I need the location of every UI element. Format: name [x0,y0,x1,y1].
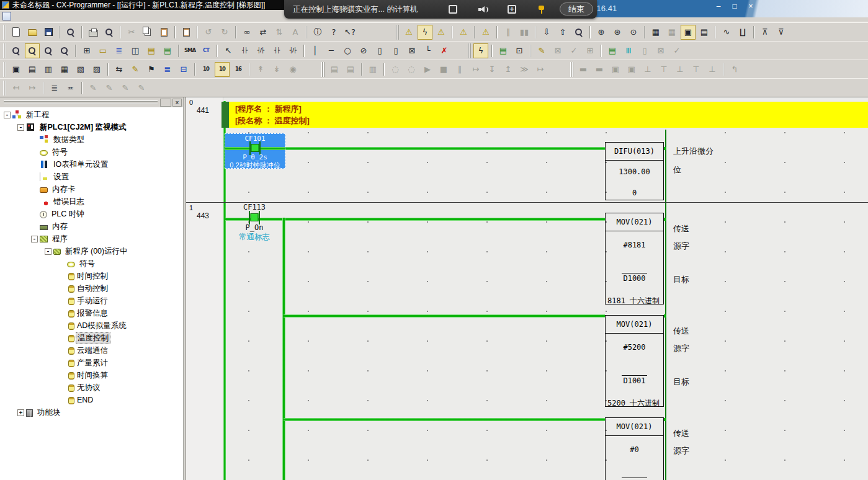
sim-pause-1-button[interactable]: ◌ [388,62,403,77]
indent-decrease-button[interactable]: ↤ [9,81,24,96]
active-document-icon[interactable] [2,12,11,20]
zoom-fit-button[interactable] [57,43,72,58]
zoom-out-button[interactable] [41,43,56,58]
edit-mark-1-button[interactable]: ✎ [86,81,101,96]
cut-button[interactable]: ✂ [124,25,139,40]
new-instruction-button[interactable]: ▯ [372,43,387,58]
delete-mode-button[interactable]: ✗ [437,43,452,58]
menu-help[interactable] [160,10,176,22]
window-io-button[interactable]: ▦ [57,62,72,77]
grid-toggle-button[interactable]: ⊞ [79,43,94,58]
differential-monitor-button[interactable]: ∿ [719,25,734,40]
menu-simulation[interactable] [112,10,128,22]
pause-button[interactable]: ▮▮ [517,25,532,40]
sim-io-button[interactable]: ▤ [343,62,358,77]
sim-continuous-button[interactable]: ≫ [517,62,532,77]
tree-item[interactable]: 手动运行 [0,295,183,307]
tree-expander-toggle[interactable]: + [17,409,24,416]
sim-run-button[interactable]: ▶ [420,62,435,77]
address-grid-button[interactable]: ⊟ [176,62,191,77]
tree-expander-toggle[interactable]: - [4,112,11,118]
online-edit-compile-button[interactable]: ϟ [418,25,432,40]
display-signed-decimal-button[interactable]: 10 [215,62,230,77]
compile-program-button[interactable]: ⚠ [401,25,416,40]
send-online-edit-button[interactable]: ✓ [566,43,581,58]
align-list-button[interactable]: ≣ [47,81,62,96]
tree-item[interactable]: 无协议 [0,381,183,394]
edit-mark-3-button[interactable]: ✎ [118,81,133,96]
tree-item[interactable]: 设置 [0,171,183,183]
menu-programming[interactable] [79,10,96,22]
begin-online-edit-button[interactable]: ✎ [534,43,549,58]
sim-step-button[interactable]: ↦ [468,62,483,77]
tree-item[interactable]: AD模拟量系统 [0,319,183,332]
print-button[interactable] [86,25,101,40]
new-inverted-instruction-button[interactable]: ⊠ [405,43,419,58]
force-set-button[interactable]: ⊼ [758,25,772,40]
indent-increase-button[interactable]: ↦ [25,81,40,96]
tree-item[interactable]: - 程序 [0,233,183,245]
restore-button[interactable]: □ [728,2,741,11]
new-closed-contact-button[interactable]: ┤/├ [253,43,268,58]
local-symbol-button[interactable]: ✎ [128,62,143,77]
tree-item[interactable]: 错误日志 [0,195,183,208]
about-button[interactable]: ⓘ [310,25,325,40]
new-or-closed-contact-button[interactable]: ┤/├ [285,43,300,58]
program-check-button[interactable]: ⚠ [434,25,449,40]
rung0-number[interactable]: 0 [189,99,193,106]
print-preview-button[interactable] [102,25,117,40]
compare-with-plc-button[interactable] [571,25,586,40]
tree-item[interactable]: 产量累计 [0,357,183,369]
workspace-close-button[interactable]: × [172,99,182,107]
upload-from-plc-button[interactable]: ⇧ [555,25,570,40]
apply-window-button[interactable]: ✓ [669,43,684,58]
difu-instruction-block[interactable]: DIFU(013) 1300.00 0 [605,142,664,200]
tree-item[interactable]: IO表和单元设置 [0,158,183,171]
sim-pause-2-button[interactable]: ◌ [404,62,419,77]
fullscreen-icon[interactable] [449,5,457,14]
mov-instruction-block-3[interactable]: MOV(021) #0 D1002 [605,417,664,480]
cross-reference-button[interactable]: ⇆ [112,62,127,77]
find-in-project-button[interactable] [63,25,78,40]
mov-instruction-block-2[interactable]: MOV(021) #5200 D1001 5200 十六进制 [605,315,664,407]
cancel-online-edit-button[interactable]: ⊠ [550,43,565,58]
run-mode-button[interactable]: ⊕ [594,25,609,40]
new-contact-button[interactable]: ┤├ [237,43,252,58]
time-chart-button[interactable]: ∐ [735,25,750,40]
display-hex-button[interactable]: 16 [231,62,246,77]
minimize-button[interactable]: – [712,2,725,11]
undo-button[interactable]: ↺ [201,25,216,40]
redo-button[interactable]: ↻ [217,25,232,40]
tree-item[interactable]: 符号 [0,257,183,270]
section-comment-banner[interactable]: [程序名 ： 新程序] [段名称 ： 温度控制] [229,102,868,128]
window-symbol-button[interactable]: ▥ [41,62,56,77]
online-edit-options-button[interactable]: ⊞ [583,43,597,58]
sim-pause-button[interactable]: ‖ [452,62,467,77]
select-mode-button[interactable]: ↖ [221,43,236,58]
close-button[interactable]: × [745,2,757,11]
fb-instance-button[interactable]: Ⅲ [621,43,636,58]
tree-item[interactable]: 时间控制 [0,270,183,282]
contact-cf113[interactable]: CF113 P_On 常通标志 [237,203,272,242]
return-button[interactable]: ↰ [727,62,742,77]
pv-toolbar-3-button[interactable]: ▣ [608,62,623,77]
zoom-in-button[interactable] [25,43,40,58]
tree-item[interactable]: 自动控制 [0,282,183,295]
reference-jump-button[interactable]: ◉ [285,62,300,77]
new-file-button[interactable] [9,25,24,40]
sim-step-out-button[interactable]: ↥ [501,62,516,77]
tree-item[interactable]: END [0,394,183,406]
menu-edit[interactable] [31,10,47,22]
tree-item[interactable]: PLC 时钟 [0,208,183,220]
sim-script-button[interactable]: ▥ [365,62,380,77]
compare-window-button[interactable]: ▯ [637,43,652,58]
paste-button[interactable] [156,25,171,40]
section-list-button[interactable]: ▤ [160,43,175,58]
save-file-button[interactable] [41,25,56,40]
end-session-button[interactable]: 结束 [560,2,593,16]
rung-wrap-button[interactable]: ⚑ [144,62,159,77]
line-connect-button[interactable]: └ [421,43,436,58]
download-to-plc-button[interactable]: ⇩ [539,25,554,40]
new-or-contact-button[interactable]: ┤├ [269,43,284,58]
edit-mark-4-button[interactable]: ✎ [134,81,149,96]
